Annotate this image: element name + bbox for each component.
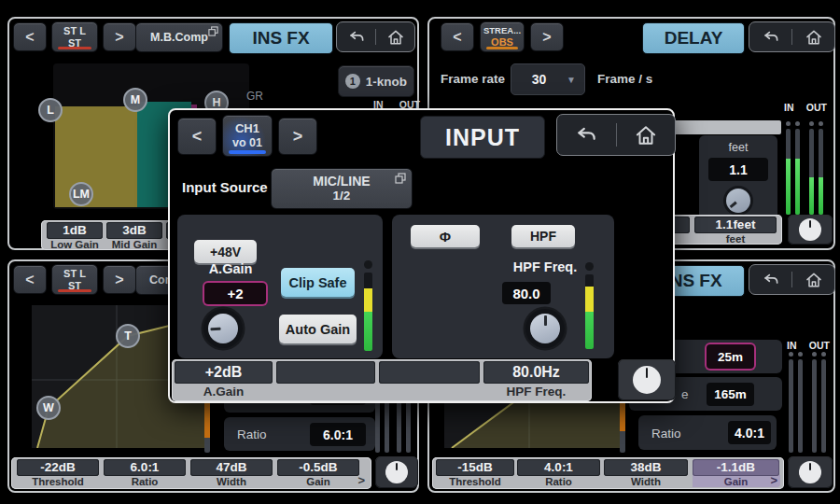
footer-cell[interactable]: 38dB Width — [604, 459, 688, 487]
param-value: 6.0:1 — [310, 423, 366, 446]
footer-cell[interactable]: +2dB A.Gain — [175, 361, 273, 399]
undo-icon — [762, 28, 780, 47]
in-meter — [795, 129, 800, 215]
param-value: 165m — [707, 383, 754, 406]
next-channel-button[interactable]: > — [103, 22, 136, 51]
prev-channel-button[interactable]: < — [177, 118, 217, 155]
prev-channel-button[interactable]: < — [13, 265, 47, 294]
footer-cell[interactable]: -0.5dB Gain — [277, 459, 359, 487]
footer-cell[interactable] — [276, 361, 375, 399]
footer-cell[interactable]: 6.0:1 Ratio — [104, 459, 186, 487]
footer-value — [276, 361, 375, 384]
footer-cell[interactable]: -15dB Threshold — [436, 459, 514, 487]
popup-title-badge: INPUT — [420, 116, 545, 159]
home-button[interactable] — [617, 115, 676, 155]
clip-safe-button[interactable]: Clip Safe — [281, 268, 355, 297]
ratio-row[interactable]: Ratio 6.0:1 — [224, 417, 375, 451]
undo-button[interactable] — [749, 265, 791, 294]
page-title-badge[interactable]: DELAY — [642, 22, 745, 54]
preset-button[interactable]: M.B.Comp — [135, 22, 223, 52]
footer-cell[interactable]: 80.0Hz HPF Freq. — [483, 361, 589, 399]
more-params-chevron[interactable]: > — [357, 473, 365, 487]
delay-knob[interactable] — [723, 186, 753, 216]
channel-color-strip — [486, 47, 518, 49]
footer-cell[interactable]: 1dB Low Gain — [47, 222, 103, 250]
threshold-handle[interactable]: T — [116, 324, 140, 348]
more-params-chevron[interactable]: > — [770, 473, 777, 487]
assign-knob-button[interactable] — [788, 215, 833, 245]
footer-cell[interactable]: 1.1feet feet — [694, 217, 777, 245]
undo-button[interactable] — [337, 22, 375, 51]
mixer-screen: < ST L ST > M.B.Comp INS FX L M — [0, 0, 840, 504]
footer-label: Width — [190, 476, 273, 487]
next-channel-button[interactable]: > — [530, 22, 564, 51]
hpf-freq-value[interactable]: 80.0 — [502, 282, 551, 304]
peak-indicator — [809, 121, 814, 126]
chevron-left-icon: < — [453, 30, 461, 45]
home-button[interactable] — [792, 265, 834, 294]
delay-value[interactable]: 1.1 — [708, 158, 768, 181]
peak-indicator — [789, 352, 793, 357]
mid-band-handle[interactable]: M — [123, 88, 147, 112]
one-knob-label: 1-knob — [366, 75, 407, 89]
footer-label — [379, 384, 480, 399]
one-knob-button[interactable]: 1 1-knob — [338, 65, 414, 97]
home-button[interactable] — [792, 22, 834, 51]
low-mid-xover-handle[interactable]: LM — [69, 182, 93, 206]
hpf-freq-knob[interactable] — [525, 309, 565, 348]
input-source-label: Input Source — [182, 179, 268, 195]
knob-face — [726, 189, 750, 213]
prev-channel-button[interactable]: < — [13, 22, 47, 51]
assign-knob-button[interactable] — [788, 456, 833, 488]
undo-button[interactable] — [749, 22, 791, 51]
channel-select-button[interactable]: ST L ST — [51, 21, 98, 52]
footer-cell[interactable]: 4.0:1 Ratio — [517, 459, 600, 487]
handle-label: W — [43, 401, 54, 414]
footer-cell[interactable]: -22dB Threshold — [17, 459, 99, 487]
channel-name-line1: STREA... — [483, 26, 521, 36]
footer-label: Ratio — [104, 476, 186, 487]
copy-icon — [395, 173, 406, 184]
footer-cell-selected[interactable]: -1.1dB Gain — [693, 459, 779, 487]
low-band-area — [55, 106, 137, 207]
home-button[interactable] — [376, 22, 414, 51]
phase-button[interactable]: Φ — [411, 225, 480, 247]
again-value[interactable]: +2 — [204, 283, 266, 304]
delay-feet-box: feet 1.1 — [699, 135, 777, 222]
channel-name-line1: ST L — [63, 268, 86, 280]
next-channel-button[interactable]: > — [278, 118, 317, 155]
nav-icon-group — [749, 264, 835, 295]
footer-value: 1.1feet — [694, 217, 777, 233]
copy-icon — [208, 26, 218, 36]
auto-gain-button[interactable]: Auto Gain — [279, 315, 357, 343]
channel-select-button[interactable]: CH1 vo 01 — [222, 115, 273, 157]
peak-indicator — [585, 262, 594, 271]
phantom-48v-button[interactable]: +48V — [194, 240, 257, 263]
channel-select-button[interactable]: STREA... OBS — [480, 21, 525, 52]
input-level-meter — [364, 273, 372, 351]
hpf-button[interactable]: HPF — [511, 225, 575, 247]
frame-rate-select[interactable]: 30 ▼ — [511, 63, 585, 95]
assign-knob-button[interactable] — [375, 456, 418, 488]
again-knob[interactable] — [203, 309, 243, 348]
out-meter — [812, 359, 817, 453]
undo-button[interactable] — [557, 115, 616, 155]
footer-cell[interactable]: 3dB Mid Gain — [106, 222, 162, 250]
footer-cell[interactable] — [379, 361, 480, 399]
page-title: INS FX — [252, 28, 309, 49]
chevron-left-icon: < — [25, 273, 34, 287]
prev-channel-button[interactable]: < — [441, 22, 474, 51]
channel-select-button[interactable]: ST L ST — [51, 264, 98, 295]
page-title-badge[interactable]: INS FX — [229, 22, 333, 54]
ratio-row[interactable]: Ratio 4.0:1 — [638, 415, 777, 450]
low-band-handle[interactable]: L — [38, 98, 63, 122]
footer-cell[interactable]: 47dB Width — [190, 459, 273, 487]
input-source-button[interactable]: MIC/LINE 1/2 — [271, 168, 413, 209]
handle-label: M — [131, 93, 140, 106]
chevron-left-icon: < — [192, 128, 203, 145]
channel-name-line1: ST L — [63, 25, 86, 37]
next-channel-button[interactable]: > — [103, 265, 136, 294]
assign-knob-button[interactable] — [618, 359, 676, 400]
handle-label: L — [47, 104, 54, 117]
width-handle[interactable]: W — [36, 396, 61, 420]
